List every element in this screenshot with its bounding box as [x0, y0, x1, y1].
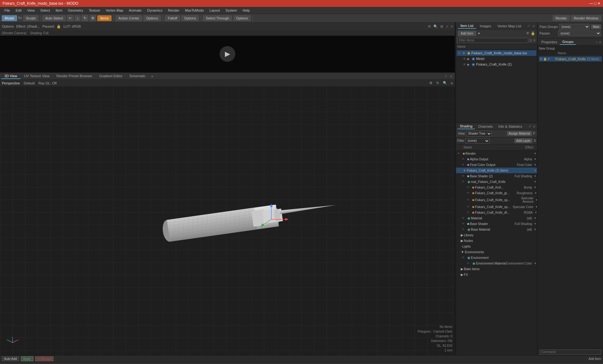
vp-settings-icon[interactable]: ⚙ — [428, 24, 431, 29]
shader-row-material[interactable]: 👁 · ◉ Material (all) ▼ — [456, 215, 537, 221]
options1-btn[interactable]: Options — [144, 15, 161, 21]
menu-texture[interactable]: Texture — [86, 8, 103, 13]
expand-arrow[interactable]: ▼ — [462, 51, 465, 55]
shader-row-library[interactable]: · · ▶ Library — [456, 232, 537, 238]
menu-layout[interactable]: Layout — [207, 8, 222, 13]
shader-row-environment[interactable]: 👁 · ◉ Environment — [456, 255, 537, 260]
tab-render-preset[interactable]: Render Preset Browser — [53, 73, 95, 79]
vis-toggle[interactable]: 👁 — [463, 63, 466, 66]
add-tab-btn[interactable]: + — [149, 74, 155, 79]
render-window-btn[interactable]: Render Window — [571, 15, 601, 21]
vis-toggle[interactable]: 👁 — [458, 51, 461, 55]
maximize-btn[interactable]: □ — [594, 1, 596, 6]
tab-images[interactable]: Images — [477, 24, 494, 29]
tab-groups[interactable]: Groups — [560, 39, 576, 45]
item-list-more[interactable]: ≡ — [532, 24, 535, 29]
group-lock1[interactable]: 🔒 — [543, 57, 547, 61]
menu-maxtomodo[interactable]: MaxToModo — [182, 8, 206, 13]
item-vis-icon1[interactable]: 👁 — [526, 31, 530, 35]
vp-zoom-icon[interactable]: 🔍 — [433, 24, 438, 29]
list-item[interactable]: 👁 ▶ ◉ Mesh — [457, 56, 536, 62]
transform-btn2[interactable]: ↕ — [75, 15, 80, 21]
vis-icon[interactable]: 👁 — [457, 152, 460, 155]
tab-uv-texture[interactable]: UV Texture View — [21, 73, 53, 79]
shader-row-bump[interactable]: 👁 · ■ Fiskars_Craft_Knif... Bump ▼ — [456, 185, 537, 190]
vp-header-settings[interactable]: ⚙ — [429, 81, 432, 85]
auto-select-btn[interactable]: Auto Select — [42, 15, 66, 21]
menu-edit[interactable]: Edit — [13, 8, 24, 13]
view-default[interactable]: Default — [24, 81, 35, 85]
properties-expand[interactable]: + — [595, 40, 598, 45]
tab-3d-view[interactable]: 3D View — [1, 73, 20, 79]
shading-more[interactable]: ≡ — [533, 124, 536, 129]
tab-schematic[interactable]: Schematic — [126, 73, 149, 79]
expand-arrow[interactable]: ▶ — [467, 63, 470, 66]
command-input[interactable] — [540, 350, 601, 355]
model-mode-btn[interactable]: Model — [2, 15, 17, 21]
vis-toggle[interactable]: 👁 — [463, 57, 466, 61]
menu-vertex-map[interactable]: Vertex Map — [103, 8, 126, 13]
vp-resize-icon[interactable]: ⊞ — [440, 24, 443, 29]
vp-header-rotate[interactable]: ↻ — [436, 81, 439, 85]
list-item[interactable]: 👁 ▼ ◆ Fiskars_Craft_Knife_modo_base.lxo — [457, 50, 536, 56]
menu-animate[interactable]: Animate — [126, 8, 144, 13]
add-item-dropdown[interactable]: ▼ — [477, 32, 481, 35]
shader-row-basematerial[interactable]: 👁 · ◉ Base Material (all) ▼ — [456, 227, 537, 232]
3d-viewport[interactable]: X Y Z No Items Polygons : Catmull-Clark … — [0, 87, 455, 355]
menu-help[interactable]: Help — [240, 8, 253, 13]
discard-btn[interactable]: ✕ Discard — [35, 356, 54, 361]
shading-expand[interactable]: ⤢ — [528, 124, 532, 129]
tab-gradient-editor[interactable]: Gradient Editor — [96, 73, 126, 79]
filter-clear-icon[interactable]: ✕ — [533, 38, 536, 42]
shader-row-bake[interactable]: · · ▶ Bake Items — [456, 266, 537, 272]
menu-select[interactable]: Select — [38, 8, 52, 13]
shader-row-spec-amount[interactable]: 👁 · ■ Fiskars_Craft_Knife_sp... Specular… — [456, 196, 537, 204]
shader-row-baseshader[interactable]: 👁 · ■ Base Shader Full Shading ▼ — [456, 221, 537, 227]
minimize-btn[interactable]: — — [589, 1, 593, 6]
ray-gl-label[interactable]: Ray GL: Off — [38, 81, 57, 85]
vp-tab-more[interactable]: ≡ — [449, 74, 454, 79]
options2-btn[interactable]: Options — [181, 15, 199, 21]
vp-expand-icon[interactable]: ⤢ — [446, 24, 448, 29]
shader-row-alpha[interactable]: 👁 · ■ Alpha Output Alpha ▼ — [456, 156, 537, 162]
shader-row-environments[interactable]: · · ▼ Environments — [456, 249, 537, 255]
shader-row-fiskars-group[interactable]: 👁 · ▼ Fiskars_Craft_Knife (3) (Item) ▼ — [456, 168, 537, 173]
item-list-expand[interactable]: ⤢ — [527, 23, 531, 29]
expand-arrow[interactable]: ▶ — [467, 57, 470, 61]
list-item[interactable]: 👁 ▶ ◉ Fiskars_Craft_Knife (2) — [457, 62, 536, 67]
new-pass-btn[interactable]: New — [591, 24, 601, 29]
apply-btn[interactable]: Apply — [21, 356, 33, 361]
transform-btn1[interactable]: ⇐ — [67, 15, 73, 21]
menu-view[interactable]: View — [25, 8, 37, 13]
auto-add-btn[interactable]: Auto Add — [2, 356, 19, 361]
filter-items-input[interactable] — [457, 38, 528, 43]
group-item[interactable]: 👁 🔒 👁 Fiskars_Craft_Knife 15 Items — [539, 56, 602, 62]
vp-more-icon[interactable]: ≡ — [451, 24, 453, 28]
menu-system[interactable]: System — [223, 8, 240, 13]
tab-vertex-map[interactable]: Vertex Map List — [495, 24, 524, 29]
shader-row-finalcolor[interactable]: 👁 · ■ Final Color Output Final Color ▼ — [456, 162, 537, 168]
transform-btn3[interactable]: ↻ — [82, 15, 88, 21]
select-through-btn[interactable]: Select Through — [203, 15, 232, 21]
tab-channels[interactable]: Channels — [475, 124, 495, 129]
pass-groups-select[interactable]: (none) — [559, 24, 590, 29]
group-vis1[interactable]: 👁 — [540, 57, 543, 61]
dropdown-arrow[interactable]: ▼ — [534, 152, 536, 155]
vp-header-zoom[interactable]: 🔍 — [443, 81, 447, 85]
menu-dynamics[interactable]: Dynamics — [145, 8, 165, 13]
play-button[interactable]: ▶ — [220, 46, 235, 62]
menu-geometry[interactable]: Geometry — [65, 8, 85, 13]
shader-row-fx[interactable]: · · ▶ FX — [456, 272, 537, 277]
shader-row-rgba[interactable]: 👁 · ■ Fiskars_Craft_Knife_df... RGBA ▼ — [456, 210, 537, 215]
transform-btn4[interactable]: ⊞ — [90, 15, 96, 21]
shader-row-mat-fiskars[interactable]: 👁 · ◉ mat_Fiskars_Craft_Knife ▼ — [456, 179, 537, 185]
timeline-ruler-bar[interactable]: 0 25 50 75 100 125 150 175 200 225 — [0, 362, 603, 364]
tab-info-stats[interactable]: Info & Statistics — [496, 124, 525, 129]
item-lock-icon[interactable]: 🔒 — [531, 31, 535, 35]
vp-tab-expand[interactable]: ⤢ — [443, 73, 448, 79]
group-eye1[interactable]: 👁 — [547, 57, 550, 61]
properties-more[interactable]: ≡ — [599, 40, 602, 45]
shader-row-env-material[interactable]: 👁 · ◉ Environment Material Environment C… — [456, 260, 537, 266]
render-btn[interactable]: Render — [553, 15, 570, 21]
items-btn[interactable]: Items — [97, 15, 111, 21]
